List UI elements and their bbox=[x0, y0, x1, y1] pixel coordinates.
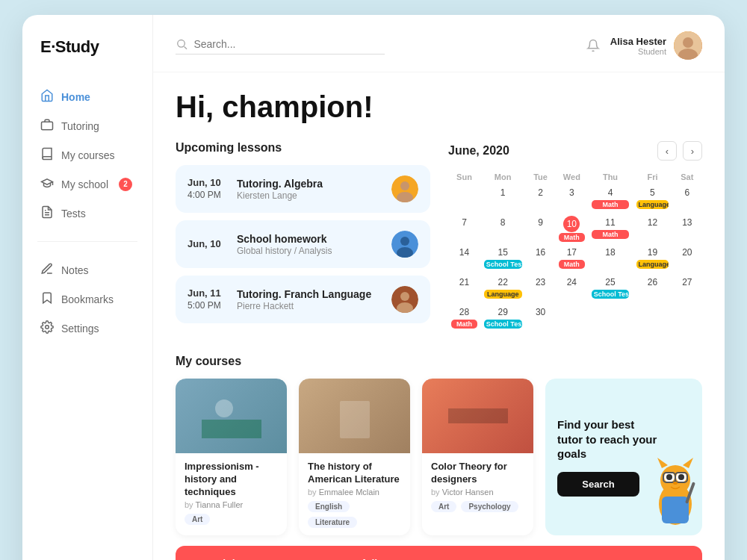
sidebar-label-tests: Tests bbox=[61, 208, 86, 220]
calendar-event[interactable]: Math bbox=[592, 200, 630, 209]
svg-point-10 bbox=[400, 181, 409, 190]
lesson-card[interactable]: Jun, 10 4:00 PM Tutoring. Algebra Kierst… bbox=[176, 165, 430, 213]
lesson-info: School homework Global history / Analysi… bbox=[237, 233, 381, 256]
lesson-avatar bbox=[391, 231, 418, 258]
calendar-cell bbox=[588, 304, 633, 334]
svg-point-31 bbox=[666, 474, 672, 480]
lesson-date: Jun, 10 bbox=[187, 238, 226, 251]
sidebar-label-home: Home bbox=[61, 91, 90, 103]
calendar-day-number: 20 bbox=[682, 246, 692, 259]
calendar-day-number: 17 bbox=[567, 246, 577, 259]
calendar-cell[interactable]: 1 bbox=[480, 184, 525, 214]
course-card[interactable]: The history of American Literature by Em… bbox=[299, 379, 410, 535]
lesson-time: 5:00 PM bbox=[187, 300, 226, 312]
calendar-cell[interactable]: 27 bbox=[672, 274, 702, 304]
sidebar-item-bookmarks[interactable]: Bookmarks bbox=[22, 284, 152, 314]
calendar-cell[interactable]: 8 bbox=[480, 214, 525, 244]
calendar-event[interactable]: Language bbox=[636, 260, 669, 269]
calendar-cell[interactable]: 30 bbox=[525, 304, 556, 334]
calendar-cell[interactable]: 25School Test bbox=[588, 274, 633, 304]
school-icon bbox=[40, 176, 54, 192]
lessons-list: Jun, 10 4:00 PM Tutoring. Algebra Kierst… bbox=[176, 165, 430, 323]
calendar-cell[interactable]: 14 bbox=[448, 244, 480, 274]
tutor-card: Find your best tutor to reach your goals… bbox=[545, 379, 702, 535]
lesson-card[interactable]: Jun, 10 School homework Global history /… bbox=[176, 220, 430, 268]
calendar-day-number: 8 bbox=[500, 216, 506, 229]
course-card[interactable]: Impressionism - history and techniques b… bbox=[176, 379, 287, 535]
calendar-cell[interactable]: 9 bbox=[525, 214, 556, 244]
calendar-event[interactable]: Language bbox=[484, 290, 522, 299]
calendar-event[interactable]: Language bbox=[636, 200, 669, 209]
sidebar-item-notes[interactable]: Notes bbox=[22, 255, 152, 284]
search-input[interactable] bbox=[193, 38, 385, 50]
sidebar-item-home[interactable]: Home bbox=[22, 82, 152, 111]
user-role: Student bbox=[610, 47, 666, 56]
calendar-day-number: 3 bbox=[569, 186, 574, 199]
sidebar-item-my-school[interactable]: My school 2 bbox=[22, 169, 152, 199]
calendar-cell[interactable]: 15School Test bbox=[480, 244, 525, 274]
calendar-cell[interactable]: 21 bbox=[448, 274, 480, 304]
lesson-card[interactable]: Jun, 11 5:00 PM Tutoring. Franch Languag… bbox=[176, 276, 430, 323]
calendar-cell bbox=[633, 304, 672, 334]
bottom-banner[interactable]: Go training to pass a test successfully … bbox=[176, 546, 702, 560]
calendar-cell[interactable]: 6 bbox=[672, 184, 702, 214]
calendar-cell[interactable]: 19Language bbox=[633, 244, 672, 274]
calendar-cell[interactable]: 16 bbox=[525, 244, 556, 274]
calendar-cell[interactable]: 10Math bbox=[556, 214, 588, 244]
course-tag: Art bbox=[431, 501, 456, 512]
calendar-cell[interactable]: 23 bbox=[525, 274, 556, 304]
calendar-cell[interactable]: 2 bbox=[525, 184, 556, 214]
calendar-cell[interactable]: 12 bbox=[633, 214, 672, 244]
sidebar-item-tests[interactable]: Tests bbox=[22, 199, 152, 228]
calendar-cell[interactable]: 29School Test bbox=[480, 304, 525, 334]
calendar-event[interactable]: Math bbox=[451, 320, 477, 329]
calendar-event[interactable]: School Test bbox=[484, 260, 522, 269]
calendar-event[interactable]: School Test bbox=[484, 320, 522, 329]
calendar-cell[interactable]: 13 bbox=[672, 214, 702, 244]
calendar-cell[interactable]: 22Language bbox=[480, 274, 525, 304]
sidebar-item-my-courses[interactable]: My courses bbox=[22, 140, 152, 169]
svg-marker-27 bbox=[657, 458, 668, 468]
svg-point-7 bbox=[683, 37, 693, 48]
calendar-cell[interactable]: 18 bbox=[588, 244, 633, 274]
nav-main: Home Tutoring My courses My school 2 Tes… bbox=[22, 79, 152, 231]
cal-next-button[interactable]: › bbox=[683, 141, 702, 161]
header-right: Alisa Hester Student bbox=[586, 31, 702, 60]
calendar-event[interactable]: School Test bbox=[592, 290, 630, 299]
sidebar-item-tutoring[interactable]: Tutoring bbox=[22, 111, 152, 140]
calendar-day-number: 30 bbox=[536, 305, 545, 319]
calendar-cell[interactable]: 4Math bbox=[588, 184, 633, 214]
calendar-event[interactable]: Math bbox=[559, 260, 585, 269]
sidebar-item-settings[interactable]: Settings bbox=[22, 314, 152, 343]
course-image bbox=[422, 379, 533, 453]
calendar-cell[interactable]: 24 bbox=[556, 274, 588, 304]
svg-point-19 bbox=[215, 399, 233, 417]
calendar-cell[interactable]: 28Math bbox=[448, 304, 480, 334]
calendar-day-header: Mon bbox=[480, 169, 525, 184]
search-icon bbox=[176, 37, 187, 51]
calendar-cell[interactable]: 3 bbox=[556, 184, 588, 214]
tutor-search-button[interactable]: Search bbox=[557, 472, 639, 497]
calendar-day-number: 9 bbox=[538, 216, 543, 229]
calendar-cell[interactable]: 5Language bbox=[633, 184, 672, 214]
calendar-day-number: 6 bbox=[685, 186, 690, 199]
user-profile[interactable]: Alisa Hester Student bbox=[610, 31, 702, 60]
svg-rect-37 bbox=[662, 497, 689, 523]
calendar-cell[interactable]: 11Math bbox=[588, 214, 633, 244]
course-tags: Art bbox=[185, 514, 278, 525]
lessons-title: Upcoming lessons bbox=[176, 141, 430, 155]
sidebar-label-tutoring: Tutoring bbox=[61, 120, 99, 132]
calendar-event[interactable]: Math bbox=[592, 230, 630, 239]
calendar-cell[interactable]: 17Math bbox=[556, 244, 588, 274]
cal-prev-button[interactable]: ‹ bbox=[657, 141, 677, 161]
calendar-event[interactable]: Math bbox=[559, 233, 585, 242]
calendar-cell[interactable]: 20 bbox=[672, 244, 702, 274]
calendar-cell[interactable]: 7 bbox=[448, 214, 480, 244]
calendar-day-number: 18 bbox=[605, 246, 615, 259]
course-card[interactable]: Color Theory for designers by Victor Han… bbox=[422, 379, 533, 535]
bell-icon[interactable] bbox=[586, 39, 600, 52]
lesson-title: School homework bbox=[237, 233, 381, 245]
course-body: Impressionism - history and techniques b… bbox=[176, 453, 287, 532]
search-bar[interactable] bbox=[176, 37, 385, 55]
calendar-cell[interactable]: 26 bbox=[633, 274, 672, 304]
